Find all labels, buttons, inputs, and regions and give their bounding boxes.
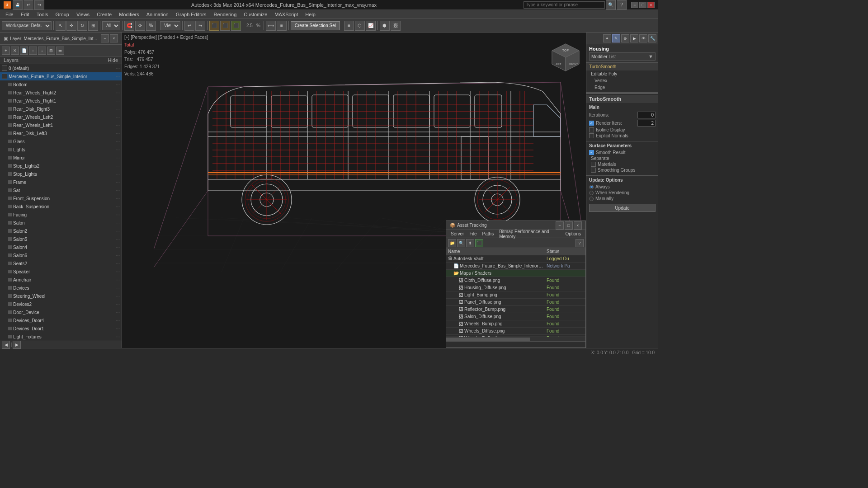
layer-item[interactable]: Bottom ··· [0, 80, 122, 89]
modify-icon[interactable]: ✎ [612, 34, 620, 42]
layer-item[interactable]: Devices ··· [0, 284, 122, 292]
asset-help-btn[interactable]: ? [576, 239, 584, 247]
move-btn[interactable]: ✛ [66, 21, 76, 31]
asset-btn3[interactable]: ⬆ [466, 239, 474, 247]
layer-item[interactable]: Light_Fixtures ··· [0, 333, 122, 341]
view-dropdown[interactable]: View [160, 21, 180, 30]
snap-dropdown[interactable]: All [102, 21, 120, 30]
schematic[interactable]: ⬡ [355, 21, 365, 31]
search-input[interactable] [524, 1, 605, 9]
active-shade[interactable]: ⬛ [231, 21, 241, 31]
asset-row[interactable]: 🖼Housing_Diffuse.png Found [446, 284, 585, 291]
always-radio[interactable] [589, 185, 594, 189]
layer-item[interactable]: Mercedes_Future_Bus_Simple_Interior ··· [0, 72, 122, 80]
edge-item[interactable]: Edge [586, 84, 658, 91]
layer-item[interactable]: Glass ··· [0, 137, 122, 145]
menu-views[interactable]: Views [73, 11, 93, 18]
menu-edit[interactable]: Edit [17, 11, 33, 18]
asset-row[interactable]: 🏛Autodesk Vault Logged Ou [446, 255, 585, 263]
asset-row[interactable]: 🖼Cloth_Diffuse.png Found [446, 277, 585, 284]
layer-item[interactable]: Facing ··· [0, 211, 122, 219]
layer-add[interactable]: + [2, 47, 10, 55]
layer-close[interactable]: × [110, 34, 118, 42]
asset-row[interactable]: 🖼Light_Bump.png Found [446, 291, 585, 299]
smooth-check[interactable]: ✓ [589, 150, 594, 155]
layer-mgr[interactable]: ≡ [344, 21, 354, 31]
asset-restore[interactable]: □ [565, 221, 573, 230]
layer-move[interactable]: ⊞ [47, 47, 55, 55]
save-btn[interactable]: 💾 [13, 0, 23, 10]
layer-new[interactable]: 📄 [20, 47, 28, 55]
percent-snap[interactable]: % [146, 21, 156, 31]
layer-item[interactable]: Frame ··· [0, 178, 122, 186]
asset-menu-server[interactable]: Server [448, 231, 467, 237]
render-iters-input[interactable] [637, 120, 656, 127]
asset-menu-bitmap[interactable]: Bitmap Performance and Memory [496, 229, 562, 239]
vertex-item[interactable]: Vertex [586, 77, 658, 84]
select-btn[interactable]: ↖ [56, 21, 66, 31]
asset-btn4[interactable]: ⬛ [475, 239, 483, 247]
material-editor[interactable]: ⬢ [380, 21, 390, 31]
layer-item[interactable]: Stop_Lights2 ··· [0, 162, 122, 170]
redo-btn[interactable]: ↪ [34, 0, 44, 10]
asset-row[interactable]: 🖼Wheels_Reflection.png Found [446, 335, 585, 337]
asset-btn2[interactable]: 🔍 [457, 239, 465, 247]
asset-row[interactable]: 🖼Salon_Diffuse.png Found [446, 313, 585, 320]
menu-customize[interactable]: Customize [240, 11, 271, 18]
mirror-btn[interactable]: ⟺ [266, 21, 276, 31]
layer-item[interactable]: Steering_Wheel ··· [0, 292, 122, 300]
rotate-btn[interactable]: ↻ [77, 21, 87, 31]
layer-item[interactable]: Stop_Lights ··· [0, 170, 122, 178]
layer-item[interactable]: Seats2 ··· [0, 259, 122, 267]
layer-options[interactable]: ☰ [56, 47, 64, 55]
layer-select[interactable]: ↑ [29, 47, 37, 55]
motion-icon[interactable]: ▶ [630, 34, 638, 42]
layer-item[interactable]: Devices2 ··· [0, 300, 122, 308]
asset-menu-options[interactable]: Options [563, 231, 584, 237]
manually-radio[interactable] [589, 197, 594, 201]
asset-row[interactable]: 🖼Wheels_Diffuse.png Found [446, 328, 585, 335]
editable-poly-item[interactable]: Editable Poly [586, 70, 658, 77]
render-btn[interactable]: ⬛ [220, 21, 230, 31]
angle-snap[interactable]: ⟳ [135, 21, 145, 31]
asset-row[interactable]: 📄Mercedes_Future_Bus_Simple_Interior_max… [446, 263, 585, 270]
layer-item[interactable]: Back_Suspension ··· [0, 202, 122, 211]
curve-editor[interactable]: 📈 [366, 21, 376, 31]
when-rendering-radio[interactable] [589, 191, 594, 195]
layer-visibility[interactable] [2, 66, 7, 71]
layer-item[interactable]: Salon ··· [0, 219, 122, 227]
undo-btn[interactable]: ↩ [24, 0, 33, 10]
layer-item[interactable]: Armchair ··· [0, 276, 122, 284]
layer-item[interactable]: Rear_Disk_Right3 ··· [0, 105, 122, 113]
scroll-track[interactable] [11, 343, 12, 347]
asset-row[interactable]: 🖼Panel_Diffuse.png Found [446, 299, 585, 306]
layer-minimize[interactable]: − [101, 34, 109, 42]
menu-maxscript[interactable]: MAXScript [271, 11, 302, 18]
layer-add-sel[interactable]: ↓ [38, 47, 46, 55]
hierarchy-icon[interactable]: ⊕ [621, 34, 629, 42]
create-selection-btn[interactable]: Create Selection Sel [291, 21, 340, 30]
menu-rendering[interactable]: Rendering [210, 11, 241, 18]
layer-visibility[interactable] [2, 74, 7, 79]
asset-row[interactable]: 🖼Wheels_Bump.png Found [446, 320, 585, 328]
scroll-right[interactable]: ▶ [13, 341, 21, 349]
asset-list[interactable]: 🏛Autodesk Vault Logged Ou 📄Mercedes_Futu… [446, 255, 585, 337]
scale-btn[interactable]: ⊞ [88, 21, 98, 31]
render-iters-check[interactable]: ✓ [589, 121, 594, 126]
menu-group[interactable]: Group [52, 11, 73, 18]
layer-item[interactable]: Devices_Door1 ··· [0, 324, 122, 333]
layers-list[interactable]: 0 (default) ··· Mercedes_Future_Bus_Simp… [0, 64, 122, 341]
utility-icon[interactable]: 🔧 [648, 34, 656, 42]
layer-item[interactable]: Devices_Door4 ··· [0, 316, 122, 324]
menu-animation[interactable]: Animation [143, 11, 172, 18]
asset-row[interactable]: 🖼Reflector_Bump.png Found [446, 306, 585, 313]
asset-close[interactable]: × [574, 221, 582, 230]
isoline-check[interactable] [589, 127, 594, 132]
asset-btn1[interactable]: 📁 [448, 239, 456, 247]
layer-item[interactable]: Rear_Wheels_Right2 ··· [0, 89, 122, 97]
undo-scene[interactable]: ↩ [184, 21, 194, 31]
create-icon[interactable]: ✦ [603, 34, 611, 42]
asset-menu-file[interactable]: File [467, 231, 479, 237]
layer-item[interactable]: Sat ··· [0, 186, 122, 194]
redo-scene[interactable]: ↪ [195, 21, 205, 31]
